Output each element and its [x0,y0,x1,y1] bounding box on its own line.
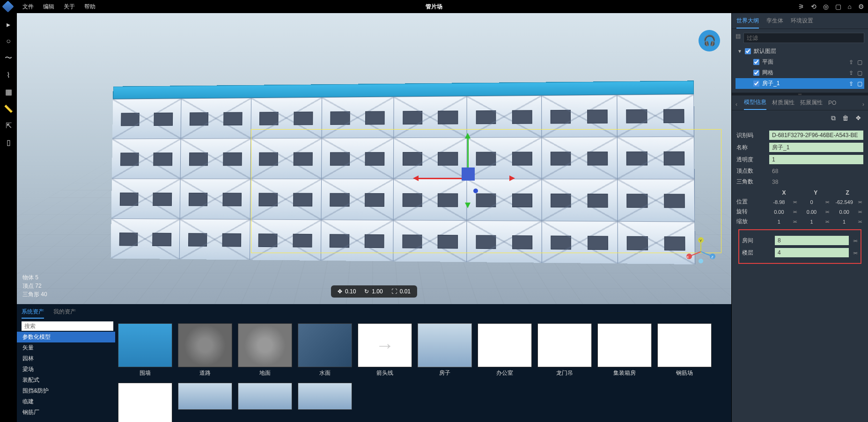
menu-file[interactable]: 文件 [18,3,38,11]
sync-icon[interactable]: ⟲ [811,3,817,10]
save-icon[interactable]: ▢ [835,3,841,10]
filter-icon[interactable]: ▤ [736,33,741,43]
target-icon[interactable]: ◎ [823,3,829,10]
copy-icon[interactable]: ⧉ [831,114,836,122]
tab-my-assets[interactable]: 我的资产 [53,308,76,319]
category-parametric[interactable]: 参数化模型 [17,332,115,342]
hierarchy-icon[interactable]: ⚞ [798,3,804,10]
tab-system-assets[interactable]: 系统资产 [22,308,44,319]
export-icon[interactable]: ⇪ [849,70,853,76]
frame-icon[interactable]: ▢ [857,80,862,87]
transform-y[interactable]: 0.00 [800,209,824,215]
outline-node[interactable]: 平面⇪▢ [736,57,864,67]
asset-item[interactable]: 办公室 [478,323,532,377]
asset-search-input[interactable] [22,321,113,331]
visibility-checkbox[interactable] [753,70,759,76]
rotate-step-control[interactable]: ↻ 1.00 [364,288,383,295]
transform-y[interactable]: 0 [800,199,824,205]
menu-about[interactable]: 关于 [59,3,80,11]
transform-gizmo[interactable] [466,177,471,182]
gizmo-center[interactable] [462,167,475,181]
asset-item[interactable]: 地面 [238,323,292,377]
delete-icon[interactable]: 🗑 [842,114,849,122]
category-rebar[interactable]: 钢筋厂 [17,407,115,418]
tab-twin[interactable]: 孪生体 [766,17,783,29]
grid-tool[interactable]: ▦ [2,85,15,98]
name-field[interactable] [769,143,863,152]
settings-icon[interactable]: ⚙ [858,3,864,10]
category-beam[interactable]: 梁场 [17,364,115,375]
book-tool[interactable]: ▯ [2,136,15,149]
gizmo-z-dot[interactable] [473,189,478,193]
gizmo-x-axis[interactable] [415,178,466,179]
id-field[interactable] [769,131,863,140]
asset-item[interactable]: 料仓 [118,383,172,422]
asset-item[interactable]: 钢筋场 [657,323,712,377]
transform-z[interactable]: -62.549 [832,199,856,205]
prop-tabs-next[interactable]: › [862,101,864,108]
transform-z[interactable]: 1 [832,219,856,225]
outline-node[interactable]: ▼默认图层 [736,46,864,57]
link-icon[interactable]: ⫘ [853,238,858,243]
category-fence[interactable]: 围挡&防护 [17,386,115,396]
export-icon[interactable]: ⇪ [849,59,853,65]
tab-po[interactable]: PO [828,100,836,109]
curve-tool[interactable]: 〜 [2,51,15,65]
frame-icon[interactable]: ▢ [857,59,862,65]
frame-icon[interactable]: ▢ [857,70,862,76]
scale-step-control[interactable]: ⛶ 0.01 [391,288,411,295]
visibility-checkbox[interactable] [753,59,759,65]
category-temp[interactable]: 临建 [17,396,115,407]
opacity-field[interactable] [769,155,863,164]
building-model[interactable] [110,80,695,264]
axis-widget[interactable]: X Y Z [684,235,717,269]
transform-x[interactable]: 0.00 [767,209,791,215]
transform-z[interactable]: 0.00 [832,209,856,215]
layers-icon[interactable]: ❖ [855,114,861,122]
transform-x[interactable]: 1 [767,219,791,225]
dimension-tool[interactable]: ⇱ [2,119,15,132]
export-icon[interactable]: ⇪ [849,80,853,87]
tab-extend[interactable]: 拓展属性 [800,99,823,109]
prop-tabs-prev[interactable]: ‹ [736,101,737,108]
transform-y[interactable]: 1 [800,219,824,225]
category-prefab[interactable]: 装配式 [17,375,115,386]
camera-icon[interactable]: ⌂ [848,3,852,10]
asset-item[interactable] [178,383,232,422]
outline-filter-input[interactable] [743,33,864,43]
tab-model-info[interactable]: 模型信息 [744,98,766,110]
asset-item[interactable]: 围墙 [118,323,172,377]
visibility-checkbox[interactable] [753,80,759,87]
asset-item[interactable]: 集装箱房 [597,323,652,377]
circle-tool[interactable]: ○ [2,35,15,48]
support-button[interactable]: 🎧 [699,30,720,51]
select-tool[interactable]: ▸ [2,18,15,31]
outline-node[interactable]: 房子_1⇪▢ [736,78,864,89]
transform-x[interactable]: -8.98 [767,199,791,205]
polyline-tool[interactable]: ⌇ [2,68,15,81]
menu-help[interactable]: 帮助 [80,3,100,11]
category-garden[interactable]: 园林 [17,353,115,364]
gizmo-x-pos[interactable] [485,178,513,179]
room-field[interactable] [775,236,849,245]
asset-item[interactable]: →箭头线 [358,323,412,377]
asset-item[interactable]: 水面 [298,323,352,377]
asset-item[interactable] [298,383,352,422]
category-vector[interactable]: 矢量 [17,342,115,353]
floor-field[interactable] [775,248,849,257]
link-icon[interactable]: ⫘ [853,250,858,255]
asset-item-label: 房子 [439,369,450,377]
move-step-control[interactable]: ✥ 0.10 [338,288,356,295]
outline-node[interactable]: 网格⇪▢ [736,67,864,78]
menu-edit[interactable]: 编辑 [38,3,59,11]
measure-tool[interactable]: 📏 [2,102,15,115]
tab-env[interactable]: 环境设置 [791,17,813,29]
asset-item[interactable]: 房子 [418,323,472,377]
asset-item[interactable]: 龙门吊 [537,323,592,377]
visibility-checkbox[interactable] [745,48,751,54]
asset-item[interactable]: 道路 [178,323,232,377]
viewport-3d[interactable]: 物体 5 顶点 72 三角形 40 ✥ 0.10 ↻ 1.00 ⛶ 0.01 X… [17,13,731,304]
tab-material[interactable]: 材质属性 [772,99,794,109]
asset-item[interactable] [238,383,292,422]
tab-world-outline[interactable]: 世界大纲 [736,17,759,29]
